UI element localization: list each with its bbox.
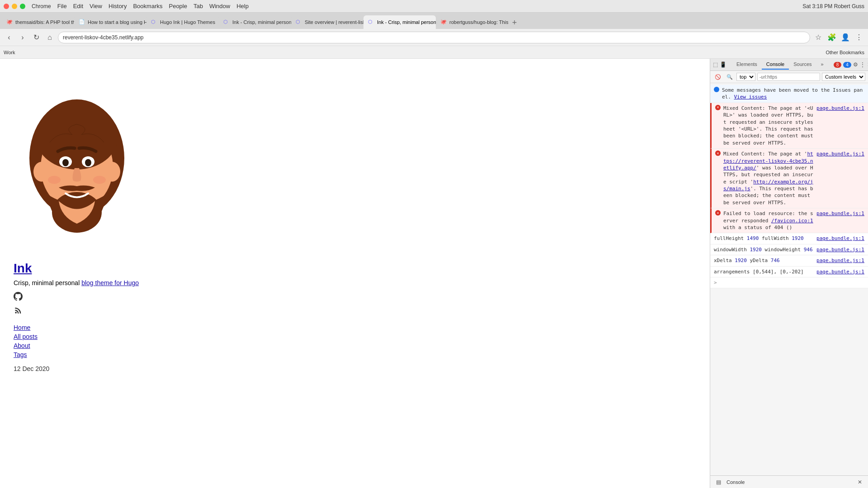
github-link[interactable] [14,292,696,303]
page-desc-link[interactable]: blog theme for Hugo [81,279,139,286]
menu-edit[interactable]: Edit [73,3,83,9]
console-msg-log-4-text: arrangements [0,544], [0,-202] [714,268,814,275]
minimize-window-button[interactable] [12,4,17,9]
github-icon [14,294,23,303]
menu-window[interactable]: Window [209,3,230,9]
view-issues-link[interactable]: View issues [734,94,767,100]
console-msg-log-2-source[interactable]: page.bundle.js:1 [816,246,864,253]
new-tab-button[interactable]: + [508,16,521,29]
tab-howtoblog[interactable]: 📄 How to start a blog using Hu... ✕ [74,15,146,29]
fullscreen-window-button[interactable] [20,4,25,9]
console-msg-error-2-source[interactable]: page.bundle.js:1 [816,150,864,157]
nav-all-posts[interactable]: All posts [14,333,696,341]
console-msg-info: Some messages have been moved to the Iss… [710,85,868,103]
nav-tags-link[interactable]: Tags [14,351,27,358]
social-links [14,292,696,317]
console-context-select[interactable]: top [736,73,755,81]
devtools-tab-elements[interactable]: Elements [732,60,762,70]
nav-about[interactable]: About [14,342,696,350]
page-desc-text: Crisp, minimal personal [14,279,80,286]
devtools-tab-sources[interactable]: Sources [789,60,816,70]
app-name: Chrome [32,3,51,9]
console-msg-error-3-source[interactable]: page.bundle.js:1 [816,210,864,217]
menu-button[interactable]: ⋮ [854,32,864,43]
console-input[interactable] [720,279,864,286]
console-msg-log-4-source[interactable]: page.bundle.js:1 [816,268,864,275]
devtools-mobile-button[interactable]: 📱 [720,60,726,69]
console-bottom-label: Console [726,479,745,485]
tab-themsaid[interactable]: 🐙 themsaid/bis: A PHP tool tha... ✕ [2,15,74,29]
devtools-settings-button[interactable]: ⚙ [853,60,858,69]
console-msg-log-3-text: xDelta 1920 yDelta 746 [714,257,814,264]
error-3-link[interactable]: /favicon.ico:1 [771,218,813,224]
profile-button[interactable]: 👤 [840,32,851,43]
menu-history[interactable]: History [108,3,127,9]
error-icon-2: ✕ [715,150,721,156]
menu-file[interactable]: File [57,3,67,9]
devtools-inspect-button[interactable]: ⬚ [713,60,718,69]
tab-ink1[interactable]: ⬡ Ink - Crisp, minimal persona... ✕ [219,15,291,29]
nav-home[interactable]: Home [14,324,696,332]
refresh-button[interactable]: ↻ [31,32,42,43]
url-bar[interactable]: reverent-liskov-4cbe35.netlify.app [58,32,810,43]
extensions-button[interactable]: 🧩 [826,32,837,43]
console-drawer-icon[interactable]: ▤ [714,478,723,487]
console-msg-log-2: windowWidth 1920 windowHeight 946 page.b… [710,244,868,255]
devtools-tab-console[interactable]: Console [762,60,789,70]
tab-favicon-4: ⬡ [223,19,230,25]
page-description: Crisp, minimal personal blog theme for H… [14,279,696,286]
nav-about-link[interactable]: About [14,342,30,349]
page-date: 12 Dec 2020 [14,365,696,372]
devtools-more-button[interactable]: ⋮ [860,60,865,69]
rss-link[interactable] [14,306,696,317]
devtools-close-bottom[interactable]: ✕ [855,478,864,487]
titlebar-right: Sat 3:18 PM Robert Guss [802,3,864,9]
forward-button[interactable]: › [17,32,28,43]
menu-people[interactable]: People [169,3,187,9]
nav-tags[interactable]: Tags [14,351,696,359]
console-level-select[interactable]: Custom levels [822,73,865,81]
console-filter-button[interactable]: 🔍 [725,73,735,81]
console-clear-button[interactable]: 🚫 [713,73,723,81]
error-2-link-2[interactable]: http://example.org/js/main.js [723,179,813,192]
tabbar: 🐙 themsaid/bis: A PHP tool tha... ✕ 📄 Ho… [0,13,868,29]
avatar-illustration [14,68,140,249]
bookmark-work[interactable]: Work [4,50,15,55]
console-msg-error-1-source[interactable]: page.bundle.js:1 [816,105,864,112]
tab-hugo-themes[interactable]: ⬡ Hugo Ink | Hugo Themes ✕ [146,15,219,29]
rss-icon [14,308,23,317]
console-input-line: > [710,277,868,288]
tab-label-4: Ink - Crisp, minimal persona... [232,19,291,25]
tab-ink2-active[interactable]: ⬡ Ink - Crisp, minimal persona... ✕ [363,15,436,29]
svg-point-9 [85,159,91,166]
tab-label-2: How to start a blog using Hu... [88,19,146,25]
back-button[interactable]: ‹ [4,32,14,43]
error-icon-3: ✕ [715,210,721,216]
tab-site-overview[interactable]: ⬡ Site overview | reverent-lisko... ✕ [291,15,363,29]
page-title-link[interactable]: Ink [14,261,696,276]
bookmarks-bar: Work Other Bookmarks [0,46,868,59]
nav-all-posts-link[interactable]: All posts [14,333,38,340]
menu-bookmarks[interactable]: Bookmarks [133,3,162,9]
tab-favicon-1: 🐙 [6,19,13,25]
nav-home-link[interactable]: Home [14,324,30,331]
tab-robertguss[interactable]: 🐙 robertguss/hugo-blog: This is... ✕ [436,15,508,29]
bookmark-other[interactable]: Other Bookmarks [826,50,864,55]
tab-favicon-6: ⬡ [368,19,374,25]
console-msg-log-4: arrangements [0,544], [0,-202] page.bund… [710,267,868,277]
bookmark-star[interactable]: ☆ [813,32,824,43]
menu-tab[interactable]: Tab [193,3,203,9]
console-msg-log-3-source[interactable]: page.bundle.js:1 [816,257,864,264]
error-icon-1: ✕ [715,105,721,110]
tab-favicon-3: ⬡ [151,19,157,25]
menu-help[interactable]: Help [236,3,249,9]
tab-label-7: robertguss/hugo-blog: This is... [449,19,508,25]
close-window-button[interactable] [4,4,9,9]
tab-favicon-2: 📄 [79,19,85,25]
home-button[interactable]: ⌂ [44,32,55,43]
tab-label-5: Site overview | reverent-lisko... [305,19,363,25]
menu-view[interactable]: View [90,3,102,9]
error-2-link-1[interactable]: https://reverent-liskov-4cbe35.netlify.a… [723,151,813,171]
console-msg-log-1-source[interactable]: page.bundle.js:1 [816,235,864,242]
devtools-tab-more[interactable]: » [816,60,828,70]
